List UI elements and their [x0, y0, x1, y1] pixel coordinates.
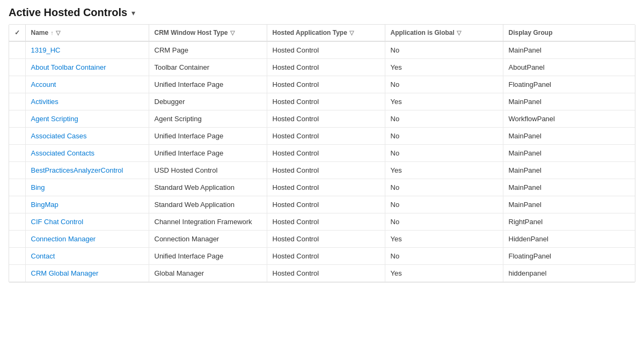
row-name-link[interactable]: 1319_HC — [31, 46, 61, 54]
col-app-global: Application is Global ▽ — [385, 25, 503, 41]
row-check-cell — [9, 179, 25, 196]
row-name-cell[interactable]: Account — [25, 76, 149, 93]
row-check-cell — [9, 76, 25, 93]
table-row: BestPracticesAnalyzerControlUSD Hosted C… — [9, 162, 635, 179]
row-check-cell — [9, 248, 25, 265]
row-display-group-cell: MainPanel — [503, 179, 635, 196]
table-header-row: ✓ Name ↑ ▽ CRM Window Host Type ▽ — [9, 25, 635, 41]
row-name-cell[interactable]: About Toolbar Container — [25, 59, 149, 76]
row-display-group-cell: RightPanel — [503, 213, 635, 231]
row-crm-host-type-cell: USD Hosted Control — [149, 162, 267, 179]
row-app-global-cell: Yes — [385, 93, 503, 110]
row-name-link[interactable]: Associated Cases — [31, 132, 87, 140]
row-name-cell[interactable]: Agent Scripting — [25, 110, 149, 128]
row-display-group-cell: MainPanel — [503, 93, 635, 110]
row-name-link[interactable]: Bing — [31, 183, 45, 191]
row-crm-host-type-cell: CRM Page — [149, 41, 267, 59]
row-app-global-cell: No — [385, 196, 503, 213]
table-row: Connection ManagerConnection ManagerHost… — [9, 231, 635, 248]
row-check-cell — [9, 93, 25, 110]
row-hosted-app-type-cell: Hosted Control — [267, 265, 385, 282]
table-body: 1319_HCCRM PageHosted ControlNoMainPanel… — [9, 41, 635, 282]
row-name-link[interactable]: Connection Manager — [31, 235, 96, 243]
row-app-global-cell: Yes — [385, 59, 503, 76]
row-name-cell[interactable]: Associated Contacts — [25, 145, 149, 162]
col-display-label: Display Group — [509, 29, 553, 36]
row-name-link[interactable]: BestPracticesAnalyzerControl — [31, 166, 123, 174]
row-crm-host-type-cell: Toolbar Container — [149, 59, 267, 76]
row-crm-host-type-cell: Standard Web Application — [149, 196, 267, 213]
chevron-down-icon[interactable]: ▾ — [131, 9, 135, 17]
col-name: Name ↑ ▽ — [25, 25, 149, 41]
col-check: ✓ — [9, 25, 25, 41]
row-name-link[interactable]: Agent Scripting — [31, 115, 78, 123]
table-wrapper: ✓ Name ↑ ▽ CRM Window Host Type ▽ — [9, 24, 635, 283]
table-row: About Toolbar ContainerToolbar Container… — [9, 59, 635, 76]
crm-filter-icon[interactable]: ▽ — [230, 29, 235, 36]
row-crm-host-type-cell: Unified Interface Page — [149, 145, 267, 162]
row-display-group-cell: MainPanel — [503, 41, 635, 59]
table-row: 1319_HCCRM PageHosted ControlNoMainPanel — [9, 41, 635, 59]
row-name-cell[interactable]: Associated Cases — [25, 128, 149, 145]
row-app-global-cell: No — [385, 248, 503, 265]
hosted-controls-table: ✓ Name ↑ ▽ CRM Window Host Type ▽ — [9, 25, 635, 282]
row-check-cell — [9, 265, 25, 282]
row-hosted-app-type-cell: Hosted Control — [267, 231, 385, 248]
col-name-label: Name — [31, 29, 49, 36]
row-name-cell[interactable]: 1319_HC — [25, 41, 149, 59]
row-name-cell[interactable]: CIF Chat Control — [25, 213, 149, 231]
table-row: AccountUnified Interface PageHosted Cont… — [9, 76, 635, 93]
page-title: Active Hosted Controls — [9, 6, 127, 19]
row-name-cell[interactable]: Connection Manager — [25, 231, 149, 248]
row-hosted-app-type-cell: Hosted Control — [267, 76, 385, 93]
row-name-link[interactable]: Associated Contacts — [31, 149, 95, 157]
row-display-group-cell: FloatingPanel — [503, 248, 635, 265]
row-check-cell — [9, 231, 25, 248]
check-header: ✓ — [14, 29, 20, 36]
row-app-global-cell: No — [385, 145, 503, 162]
row-name-cell[interactable]: Contact — [25, 248, 149, 265]
row-hosted-app-type-cell: Hosted Control — [267, 213, 385, 231]
row-app-global-cell: No — [385, 110, 503, 128]
table-row: BingMapStandard Web ApplicationHosted Co… — [9, 196, 635, 213]
row-hosted-app-type-cell: Hosted Control — [267, 145, 385, 162]
row-name-link[interactable]: CIF Chat Control — [31, 218, 84, 226]
row-app-global-cell: No — [385, 179, 503, 196]
row-crm-host-type-cell: Unified Interface Page — [149, 248, 267, 265]
page-container: Active Hosted Controls ▾ ✓ Name ↑ ▽ — [0, 0, 644, 283]
row-name-link[interactable]: About Toolbar Container — [31, 63, 106, 71]
row-name-link[interactable]: Contact — [31, 252, 55, 260]
row-crm-host-type-cell: Unified Interface Page — [149, 76, 267, 93]
row-check-cell — [9, 41, 25, 59]
row-name-cell[interactable]: Bing — [25, 179, 149, 196]
row-hosted-app-type-cell: Hosted Control — [267, 41, 385, 59]
row-app-global-cell: No — [385, 76, 503, 93]
row-hosted-app-type-cell: Hosted Control — [267, 93, 385, 110]
row-check-cell — [9, 196, 25, 213]
row-name-cell[interactable]: CRM Global Manager — [25, 265, 149, 282]
row-check-cell — [9, 110, 25, 128]
hosted-filter-icon[interactable]: ▽ — [349, 29, 354, 36]
row-display-group-cell: FloatingPanel — [503, 76, 635, 93]
row-app-global-cell: No — [385, 213, 503, 231]
row-app-global-cell: Yes — [385, 265, 503, 282]
row-name-link[interactable]: Account — [31, 80, 56, 88]
header-row: Active Hosted Controls ▾ — [9, 6, 635, 19]
row-display-group-cell: MainPanel — [503, 145, 635, 162]
row-name-cell[interactable]: Activities — [25, 93, 149, 110]
row-hosted-app-type-cell: Hosted Control — [267, 248, 385, 265]
row-check-cell — [9, 59, 25, 76]
global-filter-icon[interactable]: ▽ — [457, 29, 461, 36]
row-hosted-app-type-cell: Hosted Control — [267, 128, 385, 145]
row-name-link[interactable]: BingMap — [31, 201, 58, 209]
row-crm-host-type-cell: Debugger — [149, 93, 267, 110]
row-display-group-cell: MainPanel — [503, 196, 635, 213]
table-row: Associated CasesUnified Interface PageHo… — [9, 128, 635, 145]
row-name-link[interactable]: CRM Global Manager — [31, 269, 99, 277]
col-crm-label: CRM Window Host Type — [155, 29, 228, 36]
name-sort-asc-icon[interactable]: ↑ — [50, 29, 54, 36]
row-name-link[interactable]: Activities — [31, 98, 58, 106]
name-filter-icon[interactable]: ▽ — [56, 29, 60, 36]
row-name-cell[interactable]: BestPracticesAnalyzerControl — [25, 162, 149, 179]
row-name-cell[interactable]: BingMap — [25, 196, 149, 213]
